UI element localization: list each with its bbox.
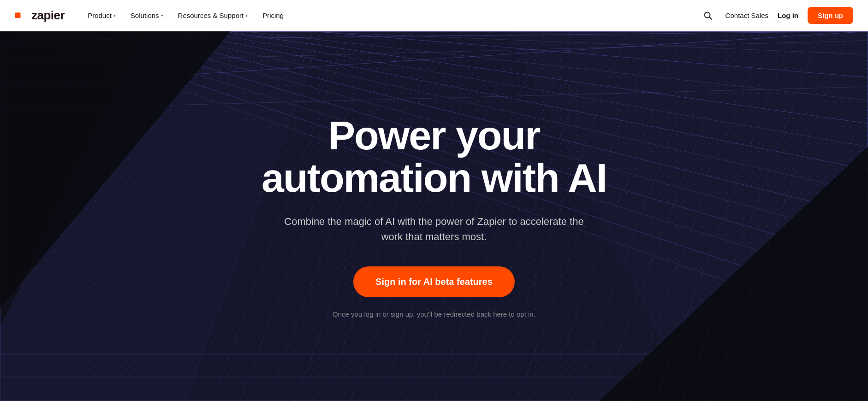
svg-rect-0 (15, 12, 21, 18)
contact-sales-link[interactable]: Contact Sales (725, 12, 768, 19)
nav-pricing[interactable]: Pricing (256, 8, 290, 23)
nav-product[interactable]: Product ▾ (81, 8, 122, 23)
hero-note: Once you log in or sign up, you'll be re… (333, 310, 535, 318)
nav-links: Product ▾ Solutions ▾ Resources & Suppor… (81, 8, 699, 23)
logo[interactable]: zapier (15, 8, 65, 23)
chevron-down-icon: ▾ (161, 13, 163, 18)
hero-subtitle: Combine the magic of AI with the power o… (277, 214, 591, 244)
logo-wordmark: zapier (31, 8, 65, 23)
signup-button[interactable]: Sign up (808, 7, 853, 24)
chevron-down-icon: ▾ (113, 13, 116, 18)
navbar: zapier Product ▾ Solutions ▾ Resources &… (0, 0, 868, 31)
svg-line-2 (709, 17, 712, 19)
nav-resources[interactable]: Resources & Support ▾ (172, 8, 255, 23)
search-button[interactable] (700, 7, 716, 24)
zapier-logo-icon (15, 10, 30, 21)
search-icon (703, 11, 713, 20)
login-link[interactable]: Log in (778, 12, 798, 19)
hero-content: Power your automation with AI Combine th… (262, 114, 606, 318)
cta-button[interactable]: Sign in for AI beta features (353, 266, 515, 297)
hero-section: Power your automation with AI Combine th… (0, 31, 868, 401)
chevron-down-icon: ▾ (245, 13, 248, 18)
hero-title: Power your automation with AI (262, 114, 606, 200)
nav-right: Contact Sales Log in Sign up (700, 7, 853, 24)
nav-solutions[interactable]: Solutions ▾ (124, 8, 170, 23)
